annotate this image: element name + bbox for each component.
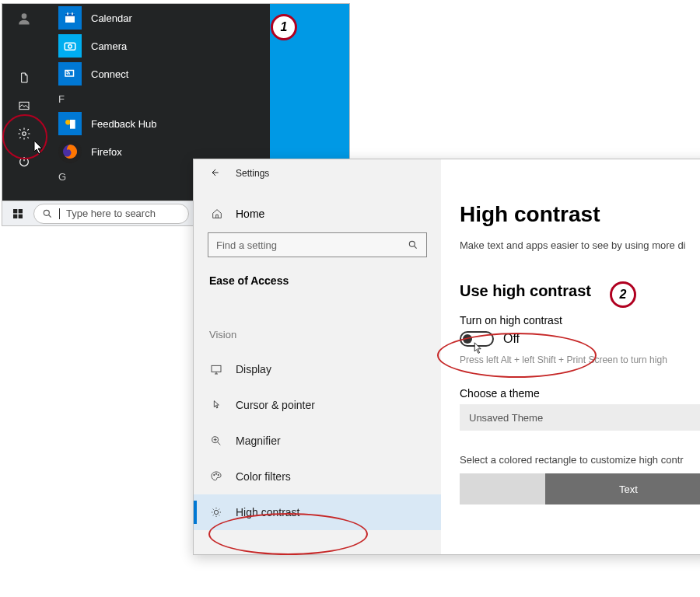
power-icon[interactable] — [16, 153, 33, 170]
svg-rect-6 — [72, 12, 73, 15]
svg-rect-19 — [212, 365, 221, 372]
cursor-icon — [209, 399, 223, 411]
category-heading: Ease of Access — [194, 257, 441, 287]
settings-window: Settings Home Find a setting Ease of Acc… — [193, 159, 700, 555]
app-calendar[interactable]: Calendar — [58, 4, 268, 32]
choose-theme-label: Choose a theme — [460, 387, 700, 400]
nav-display[interactable]: Display — [194, 351, 441, 387]
home-nav[interactable]: Home — [194, 187, 441, 220]
calendar-icon — [58, 6, 82, 30]
toggle-state: Off — [503, 332, 520, 346]
svg-rect-14 — [19, 209, 23, 213]
display-icon — [209, 363, 223, 375]
shortcut-hint: Press left Alt + left Shift + Print Scre… — [460, 354, 700, 365]
color-swatch-text[interactable]: Text — [545, 473, 700, 504]
use-high-contrast-heading: Use high contrast — [460, 282, 700, 300]
theme-dropdown[interactable]: Unsaved Theme — [460, 404, 700, 431]
step-badge-2: 2 — [610, 281, 636, 308]
nav-label: Cursor & pointer — [236, 399, 315, 411]
back-button[interactable] — [209, 167, 220, 180]
color-swatch-row: Text — [460, 473, 700, 504]
sun-icon — [209, 506, 223, 518]
nav-color-filters[interactable]: Color filters — [194, 459, 441, 494]
settings-titlebar: Settings — [194, 159, 441, 187]
app-camera[interactable]: Camera — [58, 32, 268, 60]
feedback-icon — [58, 112, 82, 135]
search-placeholder: Find a setting — [216, 239, 277, 251]
svg-point-2 — [22, 132, 26, 136]
nav-label: High contrast — [236, 506, 299, 518]
start-rail — [2, 4, 45, 201]
magnifier-icon — [209, 435, 223, 447]
search-icon — [42, 208, 53, 219]
app-label: Connect — [91, 68, 128, 80]
cursor-icon — [474, 342, 483, 354]
app-label: Calendar — [91, 12, 132, 24]
svg-rect-7 — [65, 43, 75, 50]
gear-icon[interactable] — [16, 125, 33, 142]
app-connect[interactable]: Connect — [58, 60, 268, 88]
svg-point-0 — [21, 13, 26, 19]
app-label: Camera — [91, 40, 127, 52]
nav-label: Display — [236, 363, 271, 375]
section-letter-f[interactable]: F — [58, 88, 268, 110]
nav-cursor-pointer[interactable]: Cursor & pointer — [194, 387, 441, 423]
page-subtitle: Make text and apps easier to see by usin… — [460, 239, 700, 251]
document-icon[interactable] — [16, 69, 33, 86]
svg-point-18 — [409, 241, 415, 246]
palette-icon — [209, 470, 223, 483]
svg-rect-4 — [65, 14, 75, 16]
svg-rect-11 — [70, 120, 75, 129]
taskbar-search[interactable]: Type here to search — [33, 204, 189, 224]
window-title: Settings — [236, 168, 269, 179]
connect-icon — [58, 62, 82, 86]
svg-point-24 — [214, 510, 218, 514]
user-avatar-icon[interactable] — [16, 10, 33, 27]
settings-search[interactable]: Find a setting — [208, 232, 427, 257]
home-icon — [211, 208, 223, 220]
app-label: Firefox — [91, 146, 122, 158]
svg-rect-5 — [67, 12, 68, 15]
swatch-label: Text — [619, 484, 638, 495]
step-badge-1: 1 — [271, 14, 297, 40]
search-icon — [408, 239, 418, 250]
svg-rect-16 — [19, 214, 23, 218]
color-swatch-background[interactable] — [460, 473, 545, 504]
settings-sidebar: Settings Home Find a setting Ease of Acc… — [194, 159, 441, 554]
settings-content: High contrast Make text and apps easier … — [441, 159, 700, 554]
nav-high-contrast[interactable]: High contrast — [194, 494, 441, 530]
svg-point-23 — [218, 474, 219, 475]
camera-icon — [58, 34, 82, 58]
nav-magnifier[interactable]: Magnifier — [194, 423, 441, 459]
svg-point-10 — [65, 120, 71, 125]
svg-rect-13 — [13, 209, 17, 213]
vision-group-label: Vision — [194, 287, 441, 351]
customize-caption: Select a colored rectangle to customize … — [460, 454, 700, 466]
app-label: Feedback Hub — [91, 118, 157, 130]
home-label: Home — [236, 208, 264, 220]
svg-point-17 — [44, 210, 49, 215]
svg-point-8 — [68, 45, 72, 49]
theme-selected-value: Unsaved Theme — [469, 412, 543, 424]
toggle-caption: Turn on high contrast — [460, 314, 700, 326]
app-feedback-hub[interactable]: Feedback Hub — [58, 110, 268, 138]
page-title: High contrast — [460, 202, 700, 227]
nav-label: Color filters — [236, 470, 291, 483]
svg-rect-15 — [13, 214, 17, 218]
svg-point-22 — [215, 473, 216, 474]
start-button[interactable] — [2, 208, 33, 220]
firefox-icon — [58, 140, 82, 163]
svg-point-21 — [214, 474, 215, 475]
text-cursor — [59, 208, 60, 219]
search-placeholder: Type here to search — [66, 208, 156, 219]
nav-label: Magnifier — [236, 435, 281, 447]
pictures-icon[interactable] — [16, 97, 33, 114]
